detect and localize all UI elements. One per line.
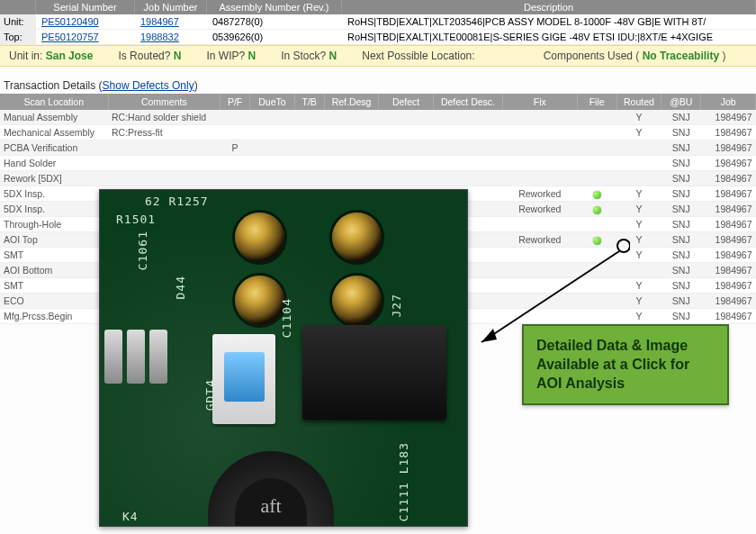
table-cell: 1984967: [701, 125, 756, 140]
col-dd: Defect Desc.: [433, 94, 502, 110]
table-cell: Reworked: [503, 202, 578, 217]
table-cell: P: [220, 140, 250, 156]
status-dot-icon[interactable]: [593, 206, 601, 214]
table-cell: Y: [616, 217, 662, 232]
table-cell: [108, 140, 220, 156]
pcb-silkscreen: D44: [174, 276, 187, 299]
unit-in-group: Unit in: San Jose: [9, 50, 93, 62]
pcb-connector-pin: [149, 330, 167, 384]
show-defects-link[interactable]: Show Defects Only: [103, 79, 194, 92]
table-cell: [503, 217, 578, 232]
pcb-silkscreen: J27: [390, 294, 403, 317]
assembly-cell: 0539626(0): [207, 30, 342, 45]
table-cell: [108, 156, 220, 171]
table-cell: Rework [5DX]: [0, 171, 108, 186]
pcb-silkscreen: C1104: [280, 298, 293, 338]
col-fix: Fix: [503, 94, 578, 110]
table-cell: SMT: [0, 278, 108, 294]
table-cell: [577, 278, 616, 294]
table-cell: ECO: [0, 294, 108, 309]
routed-group: Is Routed? N: [118, 50, 181, 62]
table-cell: [294, 125, 324, 140]
pcb-image[interactable]: aft 62 R1257 C1061 R1501 D44 C1104 J27 G…: [99, 189, 468, 527]
table-cell: Y: [616, 248, 662, 263]
table-cell: [577, 110, 616, 125]
table-cell: SNJ: [662, 125, 701, 140]
table-cell: [577, 171, 616, 186]
components-used-value: No Traceability: [643, 50, 719, 62]
table-row[interactable]: Mechanical AssemblyRC:Press-fitYSNJ19849…: [0, 125, 756, 140]
col-comments: Comments: [108, 94, 220, 110]
table-cell: [250, 171, 295, 186]
paren-close: ): [722, 50, 725, 62]
table-row[interactable]: Rework [5DX]SNJ1984967: [0, 171, 756, 186]
table-cell: [503, 110, 578, 125]
col-ref: Ref.Desg: [324, 94, 379, 110]
table-cell: [220, 171, 250, 186]
table-cell: [220, 110, 250, 125]
table-cell: [294, 110, 324, 125]
table-cell: [324, 156, 379, 171]
table-cell: [503, 309, 578, 324]
table-cell: [220, 125, 250, 140]
table-cell: RC:Press-fit: [108, 125, 220, 140]
table-cell: [616, 156, 662, 171]
table-row[interactable]: PCBA VerificationPSNJ1984967: [0, 140, 756, 156]
unit-in-value: San Jose: [46, 50, 94, 62]
table-cell: [577, 294, 616, 309]
col-due: DueTo: [250, 94, 295, 110]
callout-text: Detailed Data & Image Available at a Cli…: [536, 338, 689, 391]
wip-group: In WIP? N: [206, 50, 256, 62]
table-cell: [503, 248, 578, 263]
table-cell: [250, 125, 295, 140]
pcb-component-body: [224, 352, 265, 402]
table-cell: [503, 263, 578, 278]
transaction-title-suffix: ): [194, 79, 198, 92]
table-cell: SNJ: [662, 202, 701, 217]
pcb-silkscreen: C1111 L183: [397, 442, 410, 521]
table-cell: [324, 171, 379, 186]
table-cell: SNJ: [662, 186, 701, 202]
table-cell: AOI Top: [0, 232, 108, 248]
serial-link-cell: PE50120490: [36, 14, 135, 30]
pcb-pad: [235, 213, 284, 262]
col-tb: T/B: [294, 94, 324, 110]
stock-label: In Stock?: [281, 50, 326, 62]
table-cell: [616, 140, 662, 156]
stock-group: In Stock? N: [281, 50, 337, 62]
table-cell: 1984967: [701, 263, 756, 278]
serial-link[interactable]: PE50120490: [41, 16, 99, 27]
unit-in-label: Unit in:: [9, 50, 42, 62]
callout-box: Detailed Data & Image Available at a Cli…: [522, 324, 729, 405]
table-cell: SNJ: [662, 110, 701, 125]
table-cell: SNJ: [662, 156, 701, 171]
table-row[interactable]: Manual AssemblyRC:Hand solder shieldYSNJ…: [0, 110, 756, 125]
table-cell: 1984967: [701, 171, 756, 186]
serial-link[interactable]: PE50120757: [41, 32, 99, 42]
pcb-component: [302, 325, 446, 420]
table-cell: [577, 232, 616, 248]
status-dot-icon[interactable]: [593, 191, 601, 199]
table-cell: PCBA Verification: [0, 140, 108, 156]
table-cell: [220, 156, 250, 171]
table-cell: [379, 110, 434, 125]
table-cell: [503, 140, 578, 156]
table-cell: [250, 140, 295, 156]
assembly-cell: 0487278(0): [207, 14, 342, 30]
status-dot-icon[interactable]: [593, 237, 601, 245]
table-cell: 1984967: [701, 202, 756, 217]
pcb-silkscreen: R1501: [116, 213, 156, 226]
table-row[interactable]: Hand SolderSNJ1984967: [0, 156, 756, 171]
job-link[interactable]: 1984967: [140, 16, 179, 27]
table-cell: SNJ: [662, 140, 701, 156]
grid-header-row: Scan Location Comments P/F DueTo T/B Ref…: [0, 94, 756, 110]
job-link-cell: 1984967: [135, 14, 207, 30]
job-link[interactable]: 1988832: [140, 32, 179, 42]
routed-label: Is Routed?: [118, 50, 170, 62]
table-cell: [577, 217, 616, 232]
table-cell: [577, 202, 616, 217]
col-routed: Routed: [616, 94, 662, 110]
table-cell: [433, 171, 502, 186]
table-cell: [503, 156, 578, 171]
stock-value: N: [329, 50, 338, 62]
